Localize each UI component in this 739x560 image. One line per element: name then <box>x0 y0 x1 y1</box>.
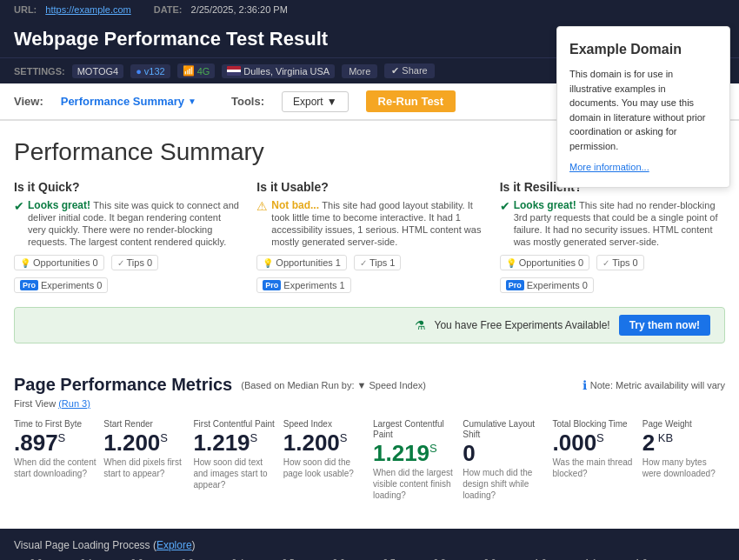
example-domain-popup: Example Domain This domain is for use in… <box>556 26 730 188</box>
flask-icon: ⚗ <box>415 318 426 332</box>
quick-metrics-row: 💡 Opportunities 0 ✓ Tips 0 Pro Experimen… <box>14 255 239 293</box>
resilient-status-line: ✔ Looks great! This site had no render-b… <box>500 199 725 248</box>
metric-desc-0: When did the content start downloading? <box>14 457 97 479</box>
filmstrip-explore-link[interactable]: Explore <box>156 539 192 551</box>
try-now-button[interactable]: Try them now! <box>619 315 710 336</box>
pro-badge: Pro <box>20 280 38 290</box>
pro-badge: Pro <box>506 280 524 290</box>
perf-metric-7: Page Weight 2 KB How many bytes were dow… <box>642 419 725 501</box>
metric-desc-4: When did the largest visible content fin… <box>373 467 456 501</box>
share-button[interactable]: ✔ Share <box>384 63 434 78</box>
metric-desc-2: How soon did text and images start to ap… <box>194 457 276 490</box>
metric-value-3: 1.200S <box>283 431 366 454</box>
chevron-down-icon: ▼ <box>327 96 337 108</box>
perf-metric-3: Speed Index 1.200S How soon did the page… <box>283 419 366 501</box>
usable-status: Not bad... <box>271 199 319 211</box>
perf-metric-5: Cumulative Layout Shift 0 How much did t… <box>463 419 545 501</box>
location-badge: Dulles, Virginia USA <box>222 64 335 78</box>
resilient-card: Is it Resilient? ✔ Looks great! This sit… <box>500 180 725 293</box>
metric-desc-3: How soon did the page look usable? <box>283 457 366 479</box>
popup-body: This domain is for use in illustrative e… <box>569 67 717 153</box>
note-box: ℹ Note: Metric availability will vary <box>583 378 725 392</box>
quick-status-line: ✔ Looks great! This site was quick to co… <box>14 199 239 248</box>
url-link[interactable]: https://example.com <box>45 4 130 15</box>
more-button[interactable]: More <box>342 64 377 78</box>
usable-exp-count: 1 <box>339 280 344 290</box>
usable-tips: ✓ Tips 1 <box>354 255 402 270</box>
url-label: URL: <box>14 4 37 15</box>
usable-experiments: Pro Experiments 1 <box>256 277 350 293</box>
first-view-label: First View (Run 3) <box>14 398 725 409</box>
quick-experiments: Pro Experiments 0 <box>14 277 108 293</box>
metrics-section-title: Page Performance Metrics <box>14 375 232 395</box>
metric-value-7: 2 KB <box>642 431 725 454</box>
usable-opportunities: 💡 Opportunities 1 <box>256 255 347 270</box>
popup-title: Example Domain <box>569 39 717 60</box>
perf-metric-2: First Contentful Paint 1.219S How soon d… <box>194 419 276 501</box>
settings-label: SETTINGS: <box>14 66 65 77</box>
metric-value-4: 1.219S <box>373 442 456 464</box>
quick-opportunities: 💡 Opportunities 0 <box>14 255 104 270</box>
opportunities-icon: 💡 <box>506 258 516 268</box>
usable-opp-count: 1 <box>336 257 341 268</box>
metric-desc-6: Was the main thread blocked? <box>553 457 636 479</box>
resilient-exp-count: 0 <box>583 280 588 290</box>
usable-status-line: ⚠ Not bad... This site had good layout s… <box>256 199 482 248</box>
info-icon: ℹ <box>583 378 587 392</box>
quick-status-icon: ✔ <box>14 199 24 213</box>
metrics-header: Page Performance Metrics (Based on Media… <box>14 375 725 395</box>
opportunities-icon: 💡 <box>263 258 273 268</box>
quick-tips: ✓ Tips 0 <box>111 255 159 270</box>
usable-metrics-row: 💡 Opportunities 1 ✓ Tips 1 Pro Experimen… <box>256 255 482 293</box>
perf-metric-6: Total Blocking Time .000S Was the main t… <box>553 419 636 501</box>
run-link[interactable]: (Run 3) <box>58 398 90 409</box>
metric-label-1: Start Render <box>103 419 186 430</box>
metric-desc-7: How many bytes were downloaded? <box>642 457 725 479</box>
usable-card: Is it Usable? ⚠ Not bad... This site had… <box>256 180 482 293</box>
metric-value-0: .897S <box>14 431 97 454</box>
free-exp-text: You have Free Experiments Available! <box>435 319 610 331</box>
perf-metric-4: Largest Contentful Paint 1.219S When did… <box>373 419 456 501</box>
view-select[interactable]: Performance Summary ▼ <box>61 95 196 108</box>
tips-icon: ✓ <box>360 258 367 268</box>
resilient-opp-count: 0 <box>578 257 583 268</box>
tools-label: Tools: <box>231 95 264 108</box>
metric-value-5: 0 <box>463 442 545 464</box>
metric-label-2: First Contentful Paint <box>194 419 276 430</box>
free-experiments-banner: ⚗ You have Free Experiments Available! T… <box>14 307 725 343</box>
filmstrip-header: Visual Page Loading Process (Explore) <box>14 539 725 551</box>
filmstrip-title: Visual Page Loading Process <box>14 539 150 551</box>
quick-opp-count: 0 <box>92 257 97 268</box>
perf-metrics-grid: Time to First Byte .897S When did the co… <box>14 419 725 501</box>
device-badge: MOTOG4 <box>72 64 123 78</box>
opportunities-icon: 💡 <box>20 258 30 268</box>
pro-badge: Pro <box>263 280 281 290</box>
rerun-button[interactable]: Re-Run Test <box>366 90 456 112</box>
metric-value-6: .000S <box>553 431 636 454</box>
quick-heading: Is it Quick? <box>14 180 239 194</box>
quick-exp-count: 0 <box>97 280 102 290</box>
resilient-status: Looks great! <box>514 199 576 211</box>
popup-more-link[interactable]: More information... <box>569 162 649 172</box>
resilient-tips-count: 0 <box>633 257 638 268</box>
note-text: Note: Metric availability will vary <box>590 380 725 390</box>
metric-label-6: Total Blocking Time <box>553 419 636 430</box>
metric-label-7: Page Weight <box>642 419 725 430</box>
top-bar: URL: https://example.com DATE: 2/25/2025… <box>0 0 739 19</box>
metric-value-2: 1.219S <box>194 431 276 454</box>
browser-icon: ●v132 <box>130 64 170 78</box>
usable-tips-count: 1 <box>389 257 395 268</box>
date-value: 2/25/2025, 2:36:20 PM <box>191 4 288 15</box>
connection-badge: 📶4G <box>177 63 216 78</box>
tips-icon: ✓ <box>117 258 124 268</box>
three-cols: Is it Quick? ✔ Looks great! This site wa… <box>14 180 725 293</box>
export-button[interactable]: Export ▼ <box>282 91 349 112</box>
page-performance-metrics-section: Page Performance Metrics (Based on Media… <box>0 361 739 529</box>
metric-label-0: Time to First Byte <box>14 419 97 430</box>
usable-heading: Is it Usable? <box>256 180 482 194</box>
quick-card: Is it Quick? ✔ Looks great! This site wa… <box>14 180 239 293</box>
tips-icon: ✓ <box>603 258 609 268</box>
metric-label-4: Largest Contentful Paint <box>373 419 456 440</box>
metric-value-1: 1.200S <box>103 431 186 454</box>
metric-desc-1: When did pixels first start to appear? <box>103 457 186 479</box>
